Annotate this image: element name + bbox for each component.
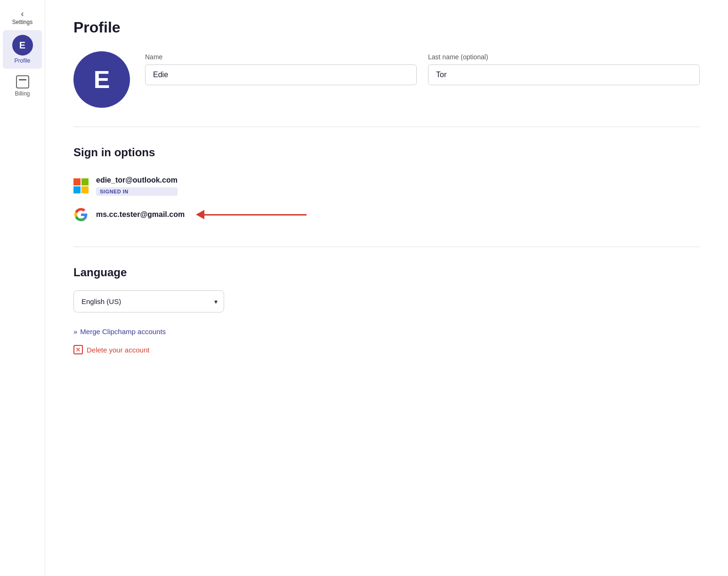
- sign-in-options-section: Sign in options edie_tor@outlook.com SIG…: [73, 146, 700, 247]
- action-links: » Merge Clipchamp accounts ✕ Delete your…: [73, 328, 700, 354]
- name-label: Name: [145, 53, 417, 61]
- name-field-group: Name: [145, 53, 417, 85]
- microsoft-account-info: edie_tor@outlook.com SIGNED IN: [96, 176, 178, 196]
- microsoft-email: edie_tor@outlook.com: [96, 176, 178, 184]
- arrow-line: [203, 214, 307, 216]
- merge-link-label: Merge Clipchamp accounts: [80, 328, 166, 336]
- profile-section: E Name Last name (optional): [73, 51, 700, 127]
- avatar: E: [12, 35, 33, 56]
- merge-accounts-link[interactable]: » Merge Clipchamp accounts: [73, 328, 700, 336]
- delete-link-label: Delete your account: [87, 346, 149, 354]
- microsoft-account-item: edie_tor@outlook.com SIGNED IN: [73, 170, 700, 201]
- profile-avatar-letter: E: [94, 65, 110, 94]
- chevron-left-icon: ‹: [21, 9, 24, 18]
- ms-blue: [73, 186, 81, 193]
- back-button[interactable]: ‹ Settings: [0, 6, 45, 29]
- profile-avatar: E: [73, 51, 130, 108]
- arrow-annotation: [196, 210, 307, 219]
- sidebar: ‹ Settings E Profile Billing: [0, 0, 45, 576]
- delete-icon: ✕: [73, 345, 83, 354]
- sidebar-item-billing-label: Billing: [15, 90, 30, 97]
- last-name-input[interactable]: [428, 64, 700, 85]
- main-content: Profile E Name Last name (optional) Sign…: [45, 0, 728, 576]
- name-input[interactable]: [145, 64, 417, 85]
- last-name-label: Last name (optional): [428, 53, 700, 61]
- billing-icon: [16, 75, 29, 88]
- merge-arrows-icon: »: [73, 328, 77, 336]
- settings-label: Settings: [12, 19, 32, 25]
- sidebar-item-billing[interactable]: Billing: [0, 71, 45, 102]
- google-account-item: ms.cc.tester@gmail.com: [73, 201, 700, 228]
- microsoft-icon: [73, 178, 89, 193]
- avatar-letter: E: [19, 40, 25, 51]
- ms-green: [81, 178, 89, 185]
- delete-account-link[interactable]: ✕ Delete your account: [73, 345, 700, 354]
- last-name-field-group: Last name (optional): [428, 53, 700, 85]
- name-fields-container: Name Last name (optional): [145, 53, 700, 85]
- red-arrow: [196, 210, 307, 219]
- sign-in-options-title: Sign in options: [73, 146, 700, 159]
- language-title: Language: [73, 266, 700, 279]
- google-icon: [73, 207, 89, 222]
- ms-red: [73, 178, 81, 185]
- language-section: Language English (US) English (UK) Españ…: [73, 266, 700, 354]
- google-email: ms.cc.tester@gmail.com: [96, 210, 185, 219]
- signed-in-badge: SIGNED IN: [96, 187, 178, 196]
- language-select-wrapper: English (US) English (UK) Español França…: [73, 290, 224, 312]
- page-title: Profile: [73, 19, 700, 36]
- language-select[interactable]: English (US) English (UK) Español França…: [73, 290, 224, 312]
- sidebar-item-profile-label: Profile: [14, 57, 30, 64]
- sidebar-item-profile[interactable]: E Profile: [3, 30, 42, 69]
- ms-yellow: [81, 186, 89, 193]
